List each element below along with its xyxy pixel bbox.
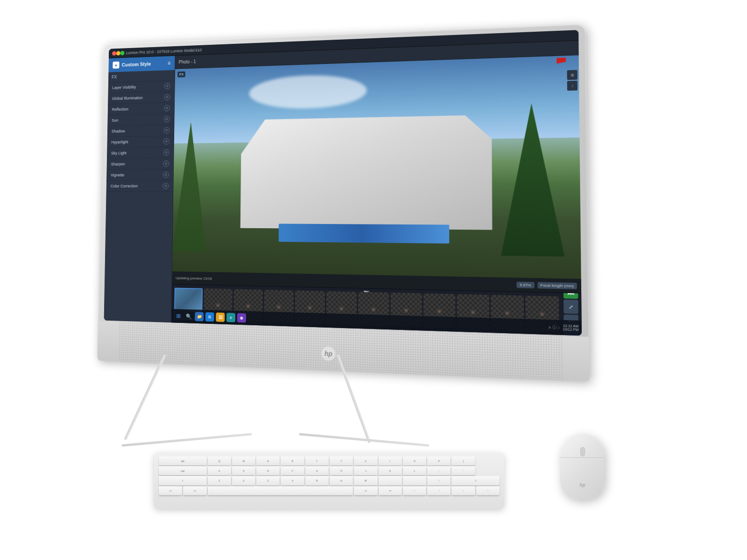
key-ctrl-right[interactable]: ctrl: [379, 486, 402, 495]
key-u[interactable]: U: [354, 456, 377, 465]
key-g[interactable]: G: [305, 466, 329, 475]
reflection-icon: ⊙: [164, 105, 170, 112]
taskbar-search-icon[interactable]: 🔍: [184, 312, 193, 321]
sidebar-item-sun[interactable]: Sun ⊙: [107, 114, 174, 126]
taskbar-photos[interactable]: 🖼: [216, 313, 225, 322]
sidebar-item-hyperlight[interactable]: Hyperlight ⊙: [107, 136, 174, 148]
sky-light-icon: ⊙: [163, 149, 169, 155]
key-l[interactable]: L: [403, 466, 426, 475]
expand-button[interactable]: ⤢: [564, 300, 578, 314]
sidebar-item-sharpen[interactable]: Sharpen ⊙: [107, 158, 174, 170]
key-e[interactable]: E: [256, 456, 280, 465]
stand-base-right: [299, 433, 429, 447]
status-updating-text: Updating preview 15/16: [176, 276, 212, 280]
taskbar-time: 12:12 AM 10/12 PM: [563, 324, 578, 331]
key-h[interactable]: H: [330, 466, 353, 475]
mouse-divider: [560, 457, 605, 458]
mouse[interactable]: hp: [560, 434, 605, 499]
key-alt-right[interactable]: alt: [354, 486, 377, 495]
layer-visibility-icon: ⊙: [164, 83, 170, 90]
photo-label: Photo - 1: [178, 59, 196, 65]
sidebar-item-reflection[interactable]: Reflection ⊙: [108, 103, 174, 115]
custom-style-icon: ◈: [113, 62, 119, 69]
windows-start-button[interactable]: ⊞: [174, 311, 183, 321]
sidebar-item-vignette[interactable]: Vignette ⊙: [106, 169, 173, 181]
key-arrow-down[interactable]: ↓: [451, 486, 475, 495]
focal-length-btn[interactable]: Focal length (mm): [537, 282, 577, 289]
key-s[interactable]: S: [232, 466, 255, 475]
sidebar-item-sky-light[interactable]: Sky Light ⊙: [107, 147, 174, 159]
key-v[interactable]: V: [281, 476, 304, 485]
key-q[interactable]: Q: [208, 456, 231, 465]
taskbar-file-explorer[interactable]: 📁: [195, 312, 204, 321]
key-period[interactable]: .: [403, 476, 426, 485]
camera-distance-btn[interactable]: 9.87m: [517, 281, 535, 288]
content-area: Photo - 1: [171, 41, 582, 336]
key-tab[interactable]: tab: [159, 456, 207, 465]
key-shift-left[interactable]: ⇧: [159, 476, 207, 485]
key-caps[interactable]: cap: [159, 466, 207, 475]
minimize-button[interactable]: [116, 51, 120, 56]
monitor-bezel: Lumion Pro 10.0 - 107916 Lumion Model.k1…: [104, 30, 582, 336]
key-arrow-up[interactable]: ↑: [427, 486, 451, 495]
key-i[interactable]: I: [379, 456, 402, 465]
global-illumination-icon: ⊙: [164, 94, 170, 100]
key-shift-right[interactable]: ⇧: [451, 476, 500, 485]
vignette-icon: ⊙: [163, 172, 169, 178]
sidebar-item-shadow[interactable]: Shadow ⊙: [107, 125, 174, 137]
key-r[interactable]: R: [281, 456, 304, 465]
key-space[interactable]: [208, 486, 353, 495]
key-w[interactable]: W: [232, 456, 255, 465]
key-ctrl-left[interactable]: ctrl: [159, 486, 182, 495]
sidebar-menu-icon[interactable]: ≡: [168, 60, 171, 66]
maximize-button[interactable]: [120, 51, 125, 56]
key-z[interactable]: Z: [208, 476, 231, 485]
key-n[interactable]: N: [330, 476, 353, 485]
hp-mouse-logo: hp: [579, 483, 585, 488]
render-image: [172, 55, 581, 293]
key-j[interactable]: J: [354, 466, 377, 475]
film-thumb-img-1: [175, 288, 202, 312]
key-d[interactable]: D: [256, 466, 280, 475]
taskbar-store[interactable]: ⊞: [205, 312, 214, 322]
viewport[interactable]: FX ⊞ ↕ Updating preview 15/16: [172, 55, 581, 293]
key-p[interactable]: P: [427, 456, 451, 465]
hp-logo: hp: [321, 346, 335, 361]
key-c[interactable]: C: [256, 476, 280, 485]
sidebar-item-color-correction[interactable]: Color Correction ⊙: [106, 181, 173, 192]
key-bracket-left[interactable]: [: [451, 456, 475, 465]
taskbar-system-icons: ∧ ⓘ ♪: [548, 324, 560, 330]
vrc-btn-2[interactable]: ↕: [567, 81, 578, 91]
shadow-icon: ⊙: [163, 127, 169, 133]
key-quote[interactable]: ': [451, 466, 475, 475]
key-x[interactable]: X: [232, 476, 255, 485]
key-a[interactable]: A: [208, 466, 231, 475]
sun-icon: ⊙: [164, 116, 170, 123]
taskbar-app[interactable]: ◉: [237, 313, 246, 322]
key-semicolon[interactable]: ;: [427, 466, 451, 475]
key-o[interactable]: O: [403, 456, 426, 465]
key-arrow-right[interactable]: →: [476, 486, 500, 495]
key-slash[interactable]: /: [427, 476, 451, 485]
status-controls: 9.87m Focal length (mm): [517, 281, 577, 289]
key-t[interactable]: T: [305, 456, 329, 465]
taskbar-edge[interactable]: e: [226, 313, 235, 322]
monitor-shell: Lumion Pro 10.0 - 107916 Lumion Model.k1…: [97, 24, 589, 381]
key-k[interactable]: K: [379, 466, 402, 475]
key-y[interactable]: Y: [330, 456, 353, 465]
key-arrow-left[interactable]: ←: [403, 486, 426, 495]
keyboard[interactable]: tab Q W E R T Y U I O P [ cap A S D F G …: [154, 453, 504, 509]
screen: Lumion Pro 10.0 - 107916 Lumion Model.k1…: [104, 30, 582, 336]
sidebar-header-text: Custom Style: [122, 61, 151, 67]
key-m[interactable]: M: [354, 476, 377, 485]
vrc-btn-1[interactable]: ⊞: [567, 70, 577, 80]
key-f[interactable]: F: [281, 466, 304, 475]
app-area: ◈ Custom Style ≡ FX Layer Visibility ⊙: [104, 41, 582, 336]
fx-badge: FX: [177, 71, 185, 77]
key-comma[interactable]: ,: [379, 476, 402, 485]
key-b[interactable]: B: [305, 476, 329, 485]
sharpen-icon: ⊙: [163, 161, 169, 167]
taskbar-right: ∧ ⓘ ♪ 12:12 AM 10/12 PM: [548, 323, 578, 331]
close-button[interactable]: [112, 51, 116, 56]
key-alt-left[interactable]: alt: [183, 486, 206, 495]
